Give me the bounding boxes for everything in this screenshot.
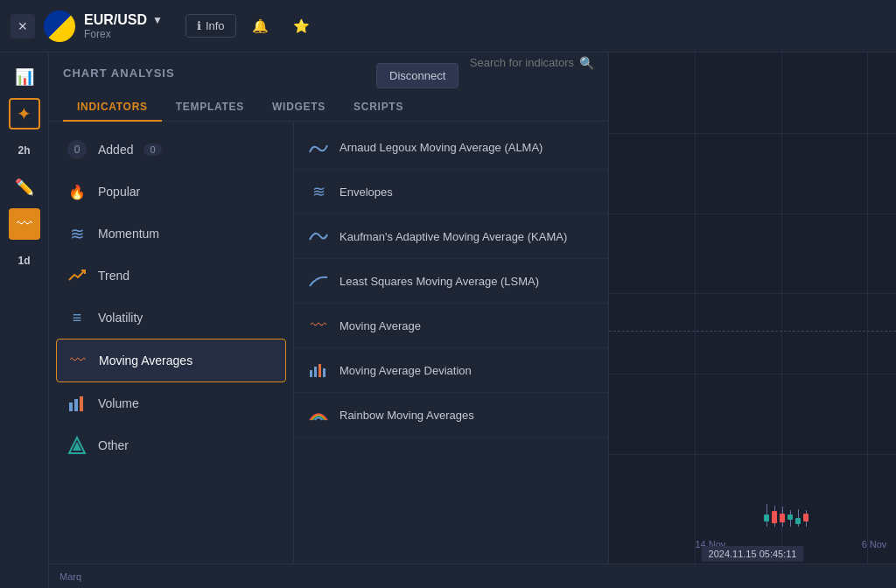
candle-6	[803, 510, 808, 527]
body	[780, 514, 785, 522]
sidebar-icon-timeframe[interactable]: 2h	[9, 135, 40, 166]
body	[772, 511, 777, 523]
indicator-rainbow[interactable]: Rainbow Moving Averages	[294, 393, 608, 438]
category-other[interactable]: Other	[49, 424, 293, 466]
envelopes-label: Envelopes	[340, 186, 393, 199]
star-icon: ⭐	[293, 18, 310, 34]
wick	[782, 507, 783, 514]
category-trend[interactable]: Trend	[49, 255, 293, 297]
category-added[interactable]: 0 Added 0	[49, 129, 293, 171]
category-volume[interactable]: Volume	[49, 382, 293, 424]
category-volatility-label: Volatility	[98, 311, 143, 325]
wick-bottom	[790, 520, 791, 527]
category-volatility[interactable]: ≡ Volatility	[49, 297, 293, 339]
category-trend-label: Trend	[98, 269, 130, 283]
added-badge: 0	[144, 144, 161, 156]
info-label: Info	[206, 19, 225, 32]
panel-tabs: INDICATORS TEMPLATES WIDGETS SCRIPTS	[63, 94, 594, 121]
grid-h-5	[609, 454, 896, 455]
trend-icon	[66, 265, 88, 286]
volatility-icon: ≡	[66, 307, 88, 328]
category-popular-label: Popular	[98, 185, 140, 199]
sidebar-icon-day[interactable]: 1d	[9, 245, 40, 276]
svg-rect-2	[80, 396, 83, 411]
star-button[interactable]: ⭐	[284, 14, 318, 38]
grid-h-1	[609, 133, 896, 134]
wick-bottom	[798, 524, 799, 527]
kama-label: Kaufman's Adaptive Moving Average (KAMA)	[340, 230, 567, 243]
category-moving-averages[interactable]: 〰 Moving Averages	[56, 339, 286, 382]
indicator-mad[interactable]: Moving Average Deviation	[294, 348, 608, 393]
panel-header: CHART ANALYSIS 🔍 INDICATORS TEMPLATES WI…	[49, 52, 608, 122]
sidebar-icon-indicators[interactable]: 〰	[9, 208, 40, 240]
category-volume-label: Volume	[98, 396, 139, 410]
wick	[798, 509, 799, 518]
panel-title: CHART ANALYSIS	[63, 66, 175, 80]
top-bar-actions: ℹ Info 🔔 ⭐	[186, 14, 318, 38]
svg-rect-6	[314, 367, 317, 377]
analysis-panel: CHART ANALYSIS 🔍 INDICATORS TEMPLATES WI…	[49, 52, 609, 588]
indicator-ma[interactable]: 〰 Moving Average	[294, 304, 608, 348]
grid-h-4	[609, 374, 896, 374]
body	[795, 518, 801, 524]
category-other-label: Other	[98, 438, 129, 452]
envelopes-icon: ≋	[308, 181, 329, 202]
rainbow-icon	[308, 404, 329, 425]
left-sidebar: 📊 ✦ 2h ✏️ 〰 1d	[0, 52, 49, 588]
category-momentum[interactable]: ≋ Momentum	[49, 213, 293, 255]
bottom-label: Marq	[60, 571, 81, 582]
info-button[interactable]: ℹ Info	[186, 14, 236, 38]
bell-button[interactable]: 🔔	[243, 14, 277, 38]
momentum-icon: ≋	[66, 223, 88, 244]
category-momentum-label: Momentum	[98, 227, 159, 241]
wick-bottom	[782, 522, 783, 527]
wick-bottom	[766, 522, 767, 527]
mad-icon	[308, 360, 329, 381]
close-button[interactable]: ✕	[10, 14, 35, 38]
body	[764, 514, 769, 522]
moving-averages-icon: 〰	[67, 350, 88, 371]
body	[803, 514, 808, 522]
added-icon: 0	[66, 139, 88, 160]
date-label-right: 6 Nov	[862, 539, 887, 550]
alma-icon	[308, 136, 329, 158]
ma-icon: 〰	[308, 315, 329, 336]
candle-5	[795, 509, 801, 527]
indicator-kama[interactable]: Kaufman's Adaptive Moving Average (KAMA)	[294, 214, 608, 259]
category-moving-averages-label: Moving Averages	[99, 354, 192, 368]
chart-area: 14 Nov 2024.11.15 05:45:11 6 Nov	[609, 52, 896, 588]
currency-flag	[44, 10, 75, 42]
top-bar: ✕ EUR/USD ▼ Forex ℹ Info 🔔 ⭐ Disconnect	[0, 0, 896, 52]
svg-rect-0	[69, 402, 73, 411]
bottom-bar: Marq	[49, 564, 896, 588]
main-area: CHART ANALYSIS 🔍 INDICATORS TEMPLATES WI…	[49, 52, 896, 588]
bell-icon: 🔔	[252, 18, 269, 34]
indicator-envelopes[interactable]: ≋ Envelopes	[294, 170, 608, 214]
sidebar-icon-chart[interactable]: 📊	[9, 61, 40, 93]
candle-2	[772, 506, 777, 527]
tab-templates[interactable]: TEMPLATES	[162, 94, 258, 122]
tab-scripts[interactable]: SCRIPTS	[340, 94, 417, 122]
search-bar: 🔍	[434, 56, 594, 70]
svg-rect-5	[310, 370, 312, 377]
wick-bottom	[774, 523, 775, 527]
alma-label: Arnaud Legoux Moving Average (ALMA)	[340, 141, 542, 154]
lsma-icon	[308, 270, 329, 291]
tab-indicators[interactable]: INDICATORS	[63, 94, 162, 122]
indicator-alma[interactable]: Arnaud Legoux Moving Average (ALMA)	[294, 125, 608, 170]
other-icon	[66, 435, 88, 456]
tab-widgets[interactable]: WIDGETS	[258, 94, 340, 122]
sidebar-icon-pointer[interactable]: ✦	[9, 98, 40, 130]
sidebar-icon-draw[interactable]: ✏️	[9, 172, 40, 203]
market-type: Forex	[84, 28, 163, 40]
search-input[interactable]	[434, 56, 574, 69]
search-icon[interactable]: 🔍	[579, 56, 594, 70]
symbol-dropdown-arrow[interactable]: ▼	[152, 14, 163, 26]
indicator-lsma[interactable]: Least Squares Moving Average (LSMA)	[294, 259, 608, 304]
kama-icon	[308, 226, 329, 247]
grid-h-2	[609, 214, 896, 214]
svg-rect-1	[74, 399, 78, 411]
panel-body: 0 Added 0 🔥 Popular ≋ Momentum	[49, 122, 608, 588]
category-popular[interactable]: 🔥 Popular	[49, 171, 293, 213]
volume-icon	[66, 393, 88, 414]
